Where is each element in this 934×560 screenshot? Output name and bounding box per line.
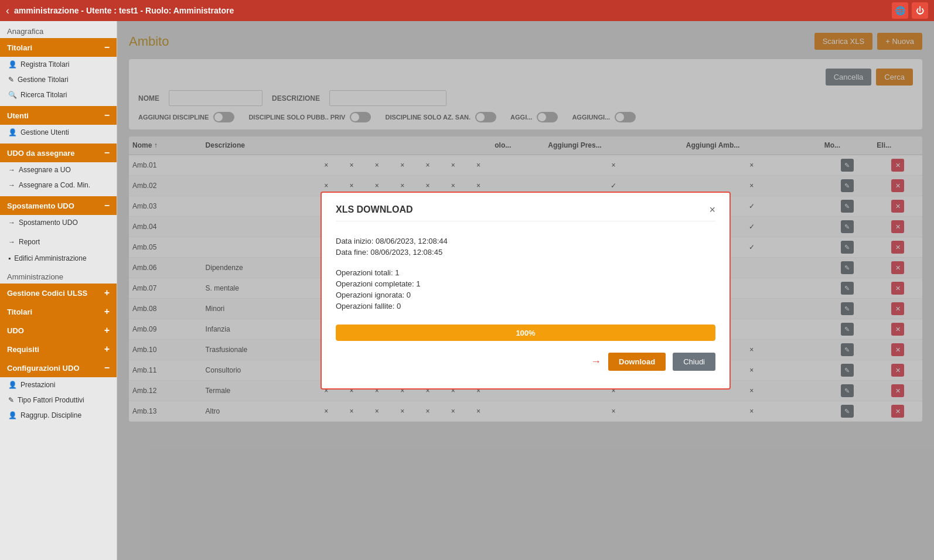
operazioni-totali: Operazioni totali: 1: [336, 268, 715, 277]
modal-info: Data inizio: 08/06/2023, 12:08:44 Data f…: [336, 237, 715, 257]
anagrafica-label: Anagrafica: [0, 21, 117, 38]
sidebar-item-gestione-utenti[interactable]: 👤 Gestione Utenti: [0, 125, 117, 140]
minus-icon-3: −: [104, 148, 110, 158]
sidebar-item-label: Gestione Utenti: [21, 128, 69, 136]
data-fine-value: 08/06/2023, 12:08:45: [370, 248, 442, 257]
progress-bar-container: 100%: [336, 325, 715, 341]
sidebar-item-label: Spostamento UDO: [19, 218, 78, 227]
modal-stats: Operazioni totali: 1 Operazioni completa…: [336, 268, 715, 310]
modal-header: XLS DOWNLOAD ×: [336, 204, 715, 221]
sidebar-group-utenti[interactable]: Utenti −: [0, 106, 117, 125]
data-inizio: Data inizio: 08/06/2023, 12:08:44: [336, 237, 715, 245]
sidebar-item-prestazioni[interactable]: 👤 Prestazioni: [0, 377, 117, 392]
sidebar-item-label: Ricerca Titolari: [21, 91, 67, 99]
amministrazione-label: Amministrazione: [0, 267, 117, 284]
minus-icon-2: −: [104, 110, 110, 121]
sidebar-item-label: Prestazioni: [21, 381, 55, 389]
sidebar-item-registra-titolari[interactable]: 👤 Registra Titolari: [0, 57, 117, 72]
topbar-title: amministrazione - Utente : test1 - Ruolo…: [14, 6, 234, 15]
modal-body: Data inizio: 08/06/2023, 12:08:44 Data f…: [336, 231, 715, 377]
building-icon: ▪: [8, 254, 11, 262]
minus-icon: −: [104, 42, 110, 53]
arrow-icon-3: →: [8, 218, 15, 227]
sidebar-item-report[interactable]: → Report: [0, 234, 117, 250]
sidebar-item-label: Raggrup. Discipline: [21, 411, 81, 419]
sidebar-group-configurazioni[interactable]: Configurazioni UDO −: [0, 358, 117, 377]
plus-icon: +: [104, 288, 110, 298]
sidebar-group-spostamento[interactable]: Spostamento UDO −: [0, 196, 117, 215]
sidebar-group-titolari2[interactable]: Titolari +: [0, 302, 117, 321]
sidebar-group-label: Gestione Codici ULSS: [7, 289, 87, 298]
chiudi-button[interactable]: Chiudi: [673, 353, 715, 371]
sidebar-item-assegnare-cod-min[interactable]: → Assegnare a Cod. Min.: [0, 177, 117, 193]
sidebar-item-label: Assegnare a Cod. Min.: [19, 181, 90, 189]
sidebar-group-titolari[interactable]: Titolari −: [0, 38, 117, 57]
sidebar-item-assegnare-uo[interactable]: → Assegnare a UO: [0, 162, 117, 177]
data-fine: Data fine: 08/06/2023, 12:08:45: [336, 248, 715, 257]
arrow-icon-2: →: [8, 181, 15, 189]
plus-icon-3: +: [104, 325, 110, 336]
data-inizio-value: 08/06/2023, 12:08:44: [376, 237, 448, 245]
progress-label: 100%: [516, 329, 535, 337]
arrow-indicator: →: [591, 356, 601, 368]
topbar: ‹ amministrazione - Utente : test1 - Ruo…: [0, 0, 934, 21]
power-button[interactable]: ⏻: [912, 2, 928, 19]
sidebar-item-label: Assegnare a UO: [19, 166, 71, 174]
edit-icon: ✎: [8, 76, 14, 84]
sidebar-item-edifici[interactable]: ▪ Edifici Amministrazione: [0, 250, 117, 267]
sidebar-item-raggrup-discipline[interactable]: 👤 Raggrup. Discipline: [0, 408, 117, 423]
modal-close-button[interactable]: ×: [709, 204, 715, 215]
minus-icon-4: −: [104, 200, 110, 211]
sidebar-group-gestione-codici[interactable]: Gestione Codici ULSS +: [0, 284, 117, 302]
modal-footer: → Download Chiudi: [336, 353, 715, 371]
sidebar-group-udo-label: UDO da assegnare: [7, 149, 75, 158]
sidebar-item-label: Edifici Amministrazione: [14, 254, 86, 262]
modal-title: XLS DOWNLOAD: [336, 204, 413, 215]
topbar-right: 🌐 ⏻: [892, 2, 928, 19]
sidebar-group-udo2[interactable]: UDO +: [0, 321, 117, 340]
arrow-icon-4: →: [8, 238, 15, 246]
data-fine-label: Data fine:: [336, 248, 370, 257]
data-inizio-label: Data inizio:: [336, 237, 376, 245]
plus-icon-4: +: [104, 344, 110, 354]
topbar-left: ‹ amministrazione - Utente : test1 - Ruo…: [6, 5, 234, 17]
arrow-icon: →: [8, 166, 15, 174]
edit-icon-2: ✎: [8, 396, 14, 404]
user-icon-4: 👤: [8, 411, 17, 419]
sidebar-group-utenti-label: Utenti: [7, 111, 29, 120]
sidebar-item-label: Report: [19, 238, 40, 246]
modal-overlay: XLS DOWNLOAD × Data inizio: 08/06/2023, …: [117, 21, 934, 560]
operazioni-ignorate: Operazioni ignorata: 0: [336, 291, 715, 299]
download-button[interactable]: Download: [608, 353, 666, 371]
operazioni-completate: Operazioni completate: 1: [336, 279, 715, 288]
sidebar-group-udo-assegnare[interactable]: UDO da assegnare −: [0, 144, 117, 162]
minus-icon-5: −: [104, 363, 110, 373]
main-content: Ambito Scarica XLS + Nuova Cancella Cerc…: [117, 21, 934, 560]
sidebar-group-label4: Requisiti: [7, 345, 39, 354]
sidebar-group-titolari-label: Titolari: [7, 43, 32, 52]
sidebar-item-gestione-titolari[interactable]: ✎ Gestione Titolari: [0, 72, 117, 87]
sidebar-item-tipo-fattori[interactable]: ✎ Tipo Fattori Produttivi: [0, 392, 117, 408]
sidebar-group-spostamento-label: Spostamento UDO: [7, 202, 74, 210]
user-icon-2: 👤: [8, 128, 17, 136]
sidebar: Anagrafica Titolari − 👤 Registra Titolar…: [0, 21, 117, 560]
user-icon-3: 👤: [8, 381, 17, 389]
back-icon[interactable]: ‹: [6, 5, 9, 17]
sidebar-group-label2: Titolari: [7, 308, 32, 316]
sidebar-item-label: Tipo Fattori Produttivi: [18, 396, 84, 404]
sidebar-item-spostamento-udo[interactable]: → Spostamento UDO: [0, 215, 117, 230]
sidebar-group-label5: Configurazioni UDO: [7, 364, 80, 373]
sidebar-group-label3: UDO: [7, 326, 24, 335]
sidebar-item-label: Registra Titolari: [21, 60, 69, 69]
operazioni-fallite: Operazioni fallite: 0: [336, 302, 715, 310]
globe-button[interactable]: 🌐: [892, 2, 908, 19]
sidebar-item-ricerca-titolari[interactable]: 🔍 Ricerca Titolari: [0, 87, 117, 103]
sidebar-group-requisiti[interactable]: Requisiti +: [0, 340, 117, 358]
user-icon: 👤: [8, 60, 17, 69]
search-icon: 🔍: [8, 91, 17, 99]
progress-bar: 100%: [336, 325, 715, 341]
plus-icon-2: +: [104, 306, 110, 317]
sidebar-item-label: Gestione Titolari: [18, 76, 69, 84]
xls-download-modal: XLS DOWNLOAD × Data inizio: 08/06/2023, …: [321, 192, 731, 390]
